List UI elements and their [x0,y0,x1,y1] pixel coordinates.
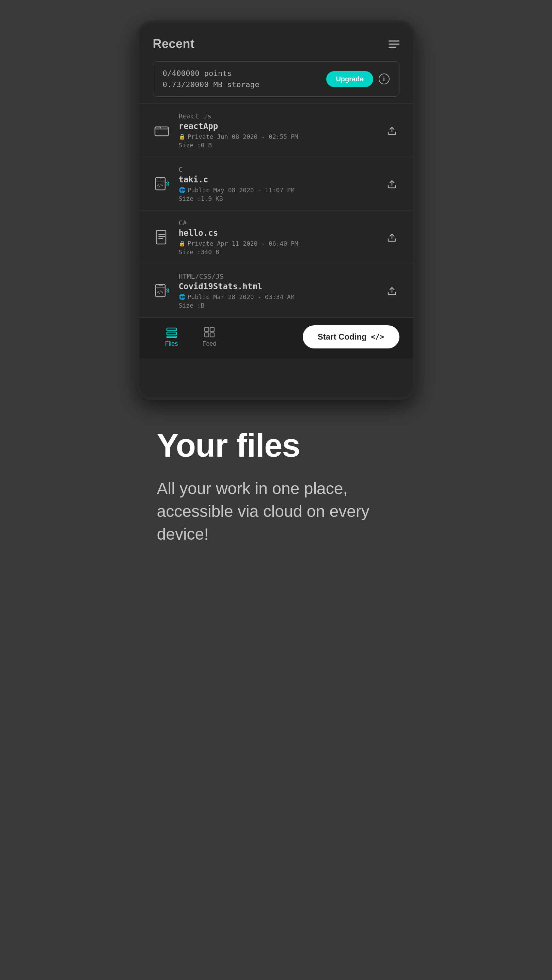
start-coding-label: Start Coding [318,332,367,342]
file-icon [153,228,171,246]
code-file-icon: </> [153,175,171,192]
section-heading: Your files [157,427,396,463]
svg-text:</>: </> [157,183,163,187]
section-description: All your work in one place, accessible v… [157,477,396,546]
hamburger-menu-icon[interactable] [389,40,399,48]
table-row[interactable]: React Js reactApp 🔒 Private Jun 08 2020 … [139,104,413,157]
file-size: Size :0 B [179,142,376,149]
info-icon[interactable]: i [379,73,389,84]
file-size: Size :340 B [179,248,376,256]
svg-rect-10 [210,327,214,331]
file-name: hello.cs [179,228,376,238]
sidebar-item-feed[interactable]: Feed [190,323,229,350]
file-details: React Js reactApp 🔒 Private Jun 08 2020 … [179,112,376,149]
file-meta: 🌐 Public Mar 28 2020 - 03:34 AM [179,293,376,301]
file-lang: HTML/CSS/JS [179,272,376,280]
file-name: Covid19Stats.html [179,282,376,291]
svg-text:</>: </> [157,290,163,294]
svg-rect-6 [167,328,176,331]
share-button[interactable] [384,123,399,138]
points-text: 0/400000 points 0.73/20000 MB storage [163,69,260,89]
folder-icon [153,121,171,139]
table-row[interactable]: </> HTML/CSS/JS Covid19Stats.html 🌐 Publ… [139,264,413,318]
file-lang: C [179,165,376,173]
code-bracket-icon: </> [371,332,384,341]
nav-label-files: Files [165,340,178,347]
code-file-icon: </> [153,282,171,299]
storage-line: 0.73/20000 MB storage [163,80,260,89]
file-size: Size :1.9 KB [179,195,376,202]
share-button[interactable] [384,176,399,191]
file-meta: 🔒 Private Apr 11 2020 - 06:40 PM [179,240,376,247]
table-row[interactable]: </> C taki.c 🌐 Public May 08 2020 - 11:0… [139,157,413,211]
points-line: 0/400000 points [163,69,260,78]
file-lang: C# [179,219,376,227]
header: Recent [139,23,413,58]
svg-rect-8 [167,336,176,337]
file-details: C# hello.cs 🔒 Private Apr 11 2020 - 06:4… [179,219,376,256]
file-meta: 🔒 Private Jun 08 2020 - 02:55 PM [179,133,376,140]
app-content: Recent 0/400000 points 0.73/20000 MB sto… [139,23,413,398]
nav-label-feed: Feed [203,340,217,347]
svg-rect-7 [167,332,176,335]
share-button[interactable] [384,283,399,298]
file-size: Size :B [179,302,376,309]
file-list: React Js reactApp 🔒 Private Jun 08 2020 … [139,103,413,318]
svg-rect-0 [155,127,169,136]
svg-rect-9 [205,327,209,331]
file-name: reactApp [179,121,376,131]
sidebar-item-files[interactable]: Files [153,323,190,350]
file-name: taki.c [179,175,376,185]
svg-rect-11 [205,333,209,337]
svg-rect-3 [156,231,166,244]
file-details: HTML/CSS/JS Covid19Stats.html 🌐 Public M… [179,272,376,309]
svg-rect-12 [210,333,214,337]
banner-right: Upgrade i [326,71,389,87]
points-banner: 0/400000 points 0.73/20000 MB storage Up… [153,61,399,97]
file-meta: 🌐 Public May 08 2020 - 11:07 PM [179,186,376,194]
header-title: Recent [153,37,195,51]
start-coding-button[interactable]: Start Coding </> [303,325,399,348]
upgrade-button[interactable]: Upgrade [326,71,373,87]
file-lang: React Js [179,112,376,120]
bottom-nav: Files Feed Start Coding </> [139,318,413,358]
table-row[interactable]: C# hello.cs 🔒 Private Apr 11 2020 - 06:4… [139,211,413,264]
phone-shell: Recent 0/400000 points 0.73/20000 MB sto… [137,21,416,400]
file-details: C taki.c 🌐 Public May 08 2020 - 11:07 PM… [179,165,376,202]
lower-section: Your files All your work in one place, a… [137,427,416,546]
share-button[interactable] [384,230,399,245]
